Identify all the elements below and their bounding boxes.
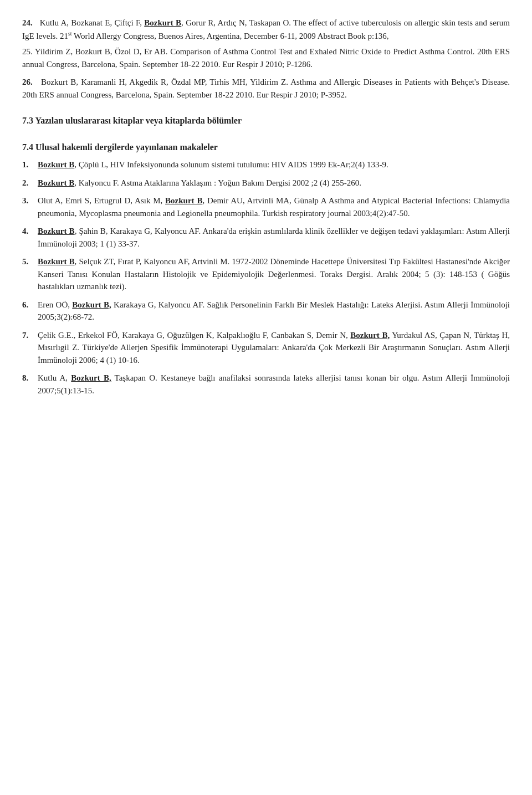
- section-7-3: 7.3 Yazılan uluslararası kitaplar veya k…: [22, 114, 510, 127]
- ref-26-num: 26.: [22, 78, 33, 86]
- list-text: Eren OÖ, Bozkurt B, Karakaya G, Kalyoncu…: [38, 299, 510, 324]
- author-bozkurt-2: Bozkurt B: [38, 178, 74, 187]
- author-bozkurt-4: Bozkurt B: [38, 227, 75, 235]
- list-num: 2.: [22, 177, 38, 189]
- list-text: Çelik G.E., Erkekol FÖ, Karakaya G, Oğuz…: [38, 329, 510, 367]
- author-bozkurt-7: Bozkurt B,: [350, 331, 390, 340]
- list-num: 6.: [22, 299, 38, 324]
- list-text: Kutlu A, Bozkurt B, Taşkapan O. Kestaney…: [38, 372, 510, 397]
- list-item: 4. Bozkurt B, Şahin B, Karakaya G, Kalyo…: [22, 225, 510, 250]
- list-item: 2. Bozkurt B, Kalyoncu F. Astma Atakları…: [22, 177, 510, 189]
- ref-26-text: 26. Bozkurt B, Karamanli H, Akgedik R, Ö…: [22, 76, 510, 101]
- section-7-4-label: 7.4 Ulusal hakemli dergilerde yayınlanan…: [22, 142, 218, 152]
- list-text: Olut A, Emri S, Ertugrul D, Asık M, Bozk…: [38, 194, 510, 219]
- list-item: 3. Olut A, Emri S, Ertugrul D, Asık M, B…: [22, 194, 510, 219]
- list-item: 6. Eren OÖ, Bozkurt B, Karakaya G, Kalyo…: [22, 299, 510, 324]
- ref-25-text: 25. Yildirim Z, Bozkurt B, Özol D, Er AB…: [22, 45, 510, 70]
- list-num: 5.: [22, 255, 38, 293]
- list-text: Bozkurt B, Şahin B, Karakaya G, Kalyoncu…: [38, 225, 510, 250]
- list-item: 5. Bozkurt B, Selçuk ZT, Fırat P, Kalyon…: [22, 255, 510, 293]
- ref-24-block: 24. Kutlu A, Bozkanat E, Çiftçi F, Bozku…: [22, 17, 510, 70]
- list-num: 8.: [22, 372, 38, 397]
- main-content: 24. Kutlu A, Bozkanat E, Çiftçi F, Bozku…: [22, 17, 510, 397]
- ref-24-num: 24.: [22, 18, 33, 27]
- ref-24-text: 24. Kutlu A, Bozkanat E, Çiftçi F, Bozku…: [22, 17, 510, 42]
- list-num: 7.: [22, 329, 38, 367]
- author-bozkurt-8: Bozkurt B,: [71, 373, 111, 382]
- list-text: Bozkurt B, Çöplü L, HIV Infeksiyonunda s…: [38, 158, 510, 171]
- author-bozkurt-5: Bozkurt B: [38, 257, 75, 266]
- publications-list: 1. Bozkurt B, Çöplü L, HIV Infeksiyonund…: [22, 158, 510, 397]
- list-num: 4.: [22, 225, 38, 250]
- section-7-3-label: 7.3 Yazılan uluslararası kitaplar veya k…: [22, 116, 242, 125]
- list-num: 3.: [22, 194, 38, 219]
- author-bozkurt-6: Bozkurt B,: [72, 300, 111, 309]
- list-item: 7. Çelik G.E., Erkekol FÖ, Karakaya G, O…: [22, 329, 510, 367]
- ref-26-block: 26. Bozkurt B, Karamanli H, Akgedik R, Ö…: [22, 76, 510, 101]
- list-text: Bozkurt B, Kalyoncu F. Astma Ataklarına …: [38, 177, 510, 189]
- author-bozkurt-1: Bozkurt B: [38, 160, 74, 169]
- author-bozkurt-3: Bozkurt B: [165, 196, 202, 205]
- list-num: 1.: [22, 158, 38, 171]
- section-7-4: 7.4 Ulusal hakemli dergilerde yayınlanan…: [22, 141, 510, 154]
- list-item: 1. Bozkurt B, Çöplü L, HIV Infeksiyonund…: [22, 158, 510, 171]
- list-item: 8. Kutlu A, Bozkurt B, Taşkapan O. Kesta…: [22, 372, 510, 397]
- bozkurt-b-24: Bozkurt B: [144, 18, 181, 27]
- list-text: Bozkurt B, Selçuk ZT, Fırat P, Kalyoncu …: [38, 255, 510, 293]
